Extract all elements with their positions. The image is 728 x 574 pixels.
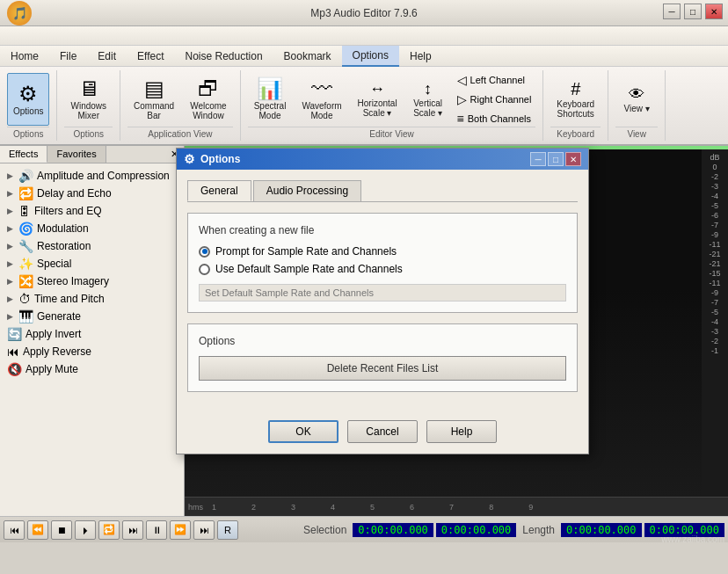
amplitude-icon: 🔊 (18, 169, 33, 183)
delay-icon: 🔁 (18, 186, 33, 200)
radio-default-btn[interactable] (199, 264, 210, 275)
menu-noise-reduction[interactable]: Noise Reduction (175, 46, 273, 67)
ribbon-btn-windows-mixer[interactable]: 🖥 WindowsMixer (64, 73, 113, 126)
tab-effects[interactable]: Effects (0, 146, 47, 163)
command-bar-icon: ▤ (144, 78, 164, 99)
right-channel-icon: ▷ (457, 92, 467, 106)
ribbon-btn-welcome-window[interactable]: 🗗 WelcomeWindow (184, 73, 233, 126)
ribbon-group-keyboard: # KeyboardShortcuts Keyboard (543, 70, 608, 141)
expand-icon: ▶ (7, 171, 13, 180)
options-section-title: Options (199, 335, 566, 347)
effect-generate[interactable]: ▶ 🎹 Generate (0, 308, 184, 325)
modulation-icon: 🌀 (18, 222, 33, 236)
menu-effect[interactable]: Effect (127, 46, 174, 67)
ribbon-btn-command-bar[interactable]: ▤ CommandBar (127, 73, 180, 126)
apply-invert-label: Apply Invert (25, 328, 81, 340)
ribbon-btn-keyboard-shortcuts[interactable]: # KeyboardShortcuts (550, 73, 601, 126)
help-button[interactable]: Help (426, 420, 497, 443)
both-channels-btn[interactable]: ≡ Both Channels (453, 110, 536, 127)
ribbon-btn-hscale[interactable]: ↔ HorizontalScale ▾ (352, 73, 404, 126)
right-channel-label: Right Channel (470, 94, 532, 105)
effect-restoration[interactable]: ▶ 🔧 Restoration (0, 237, 184, 255)
menubar: Home File Edit Effect Noise Reduction Bo… (0, 46, 728, 67)
tab-favorites[interactable]: Favorites (47, 146, 106, 163)
ok-button[interactable]: OK (268, 420, 339, 443)
cancel-button[interactable]: Cancel (347, 420, 418, 443)
effect-time-pitch[interactable]: ▶ ⏱ Time and Pitch (0, 290, 184, 308)
set-default-input (199, 284, 566, 302)
radio-prompt-btn[interactable] (199, 246, 210, 258)
effect-apply-reverse[interactable]: ⏮ Apply Reverse (0, 343, 184, 360)
radio-prompt[interactable]: Prompt for Sample Rate and Channels (199, 245, 566, 258)
ruler-2: 2 (251, 503, 256, 512)
dialog-body: General Audio Processing When creating a… (177, 170, 588, 413)
transport-record[interactable]: R (217, 520, 238, 540)
effect-special[interactable]: ▶ ✨ Special (0, 255, 184, 272)
db-label-m2b: -2 (711, 337, 718, 345)
effect-apply-invert[interactable]: 🔄 Apply Invert (0, 325, 184, 343)
menu-options[interactable]: Options (342, 46, 399, 67)
ribbon-btn-vscale[interactable]: ↕ VerticalScale ▾ (407, 73, 449, 126)
selection-label: Selection (303, 524, 346, 536)
menu-home[interactable]: Home (0, 46, 49, 67)
dialog-close-btn[interactable]: ✕ (565, 152, 581, 166)
transport-loop[interactable]: 🔁 (98, 520, 120, 540)
effect-filters[interactable]: ▶ 🎛 Filters and EQ (0, 202, 184, 220)
delay-label: Delay and Echo (37, 187, 112, 200)
ribbon-btn-spectral[interactable]: 📊 SpectralMode (248, 73, 293, 126)
effect-apply-mute[interactable]: 🔇 Apply Mute (0, 360, 184, 378)
both-channels-icon: ≡ (457, 112, 464, 126)
effect-stereo[interactable]: ▶ 🔀 Stereo Imagery (0, 272, 184, 290)
watermark: www.zaiiba.com (661, 534, 724, 544)
transport-pause[interactable]: ⏸ (146, 520, 167, 540)
db-label-m9b: -9 (711, 288, 718, 297)
ribbon-btn-view[interactable]: 👁 View ▾ (615, 73, 658, 126)
options-icon: ⚙ (18, 84, 38, 105)
dialog-tab-audio-processing[interactable]: Audio Processing (253, 180, 361, 201)
ribbon-group-mixer: 🖥 WindowsMixer Options (57, 70, 120, 141)
close-button[interactable]: ✕ (705, 4, 723, 19)
dialog-tabs: General Audio Processing (187, 180, 578, 202)
transport-end[interactable]: ⏭ (193, 520, 215, 540)
ruler-6: 6 (410, 503, 414, 512)
modulation-label: Modulation (37, 222, 89, 235)
dialog-titlebar-buttons: ─ □ ✕ (530, 152, 581, 166)
minimize-button[interactable]: ─ (663, 4, 681, 19)
transport-rewind[interactable]: ⏪ (27, 520, 48, 540)
dialog-title-icon: ⚙ (184, 152, 195, 166)
right-channel-btn[interactable]: ▷ Right Channel (453, 91, 536, 108)
expand-icon-2: ▶ (7, 189, 13, 198)
menu-help[interactable]: Help (399, 46, 442, 67)
dialog-tab-general[interactable]: General (187, 180, 251, 201)
view-label: View ▾ (624, 104, 650, 113)
windows-mixer-icon: 🖥 (78, 78, 99, 99)
transport-skip-start[interactable]: ⏮ (4, 520, 25, 540)
transport-play[interactable]: ⏵ (75, 520, 96, 540)
command-bar-label: CommandBar (134, 101, 174, 120)
dialog-max-btn[interactable]: □ (548, 152, 564, 166)
radio-default-label: Use Default Sample Rate and Channels (215, 263, 403, 275)
dialog-min-btn[interactable]: ─ (530, 152, 546, 166)
transport-stop[interactable]: ⏹ (51, 520, 72, 540)
menu-bookmark[interactable]: Bookmark (273, 46, 342, 67)
ribbon-group-options: ⚙ Options Options (0, 70, 57, 141)
effect-delay[interactable]: ▶ 🔁 Delay and Echo (0, 185, 184, 202)
maximize-button[interactable]: □ (684, 4, 702, 19)
radio-default[interactable]: Use Default Sample Rate and Channels (199, 263, 566, 275)
delete-recent-files-btn[interactable]: Delete Recent Files List (199, 356, 566, 381)
dialog-footer: OK Cancel Help (177, 413, 588, 454)
ribbon-btn-options[interactable]: ⚙ Options (7, 73, 49, 126)
db-label-m1: -1 (711, 346, 718, 355)
dialog-title: Options (200, 153, 240, 165)
effect-amplitude[interactable]: ▶ 🔊 Amplitude and Compression (0, 167, 184, 185)
ribbon-btn-waveform[interactable]: 〰 WaveformMode (295, 73, 347, 126)
left-channel-btn[interactable]: ◁ Left Channel (453, 71, 536, 89)
effect-modulation[interactable]: ▶ 🌀 Modulation (0, 220, 184, 237)
ruler-hms: hms (188, 503, 203, 512)
expand-icon-6: ▶ (7, 259, 13, 268)
menu-file[interactable]: File (49, 46, 87, 67)
transport-skip-end[interactable]: ⏭ (122, 520, 143, 540)
transport-fast-forward[interactable]: ⏩ (170, 520, 191, 540)
db-label-0: 0 (712, 163, 717, 171)
menu-edit[interactable]: Edit (87, 46, 127, 67)
